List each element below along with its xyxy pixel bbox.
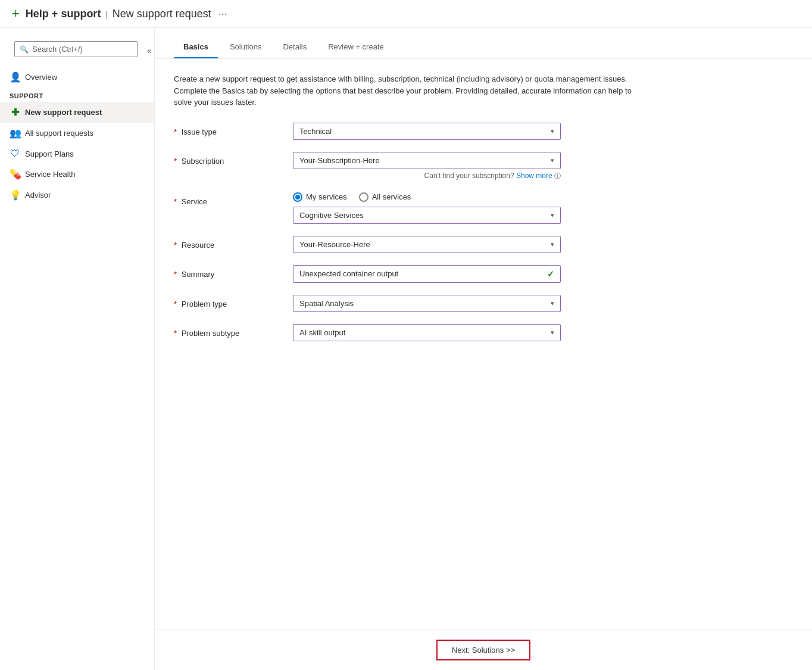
radio-all-services-label: All services [372,192,411,201]
required-star-sub: * [174,157,177,166]
issue-type-dropdown[interactable]: Technical ▾ [293,123,561,140]
sidebar-item-new-support-label: New support request [25,108,102,117]
sidebar-item-advisor[interactable]: 💡 Advisor [0,185,154,205]
required-star-ps: * [174,329,177,338]
radio-all-services-circle [359,192,368,202]
sidebar-item-support-plans[interactable]: 🛡 Support Plans [0,144,154,164]
problem-type-row: * Problem type Spatial Analysis ▾ [174,295,793,312]
resource-value: Your-Resource-Here [299,240,370,249]
summary-input[interactable] [299,269,547,278]
support-plans-icon: 🛡 [10,148,20,159]
sidebar-item-service-health[interactable]: 💊 Service Health [0,164,154,185]
problem-type-value: Spatial Analysis [299,299,354,308]
issue-type-control: Technical ▾ [293,123,561,140]
footer: Next: Solutions >> [155,630,812,670]
problem-type-control: Spatial Analysis ▾ [293,295,561,312]
resource-row: * Resource Your-Resource-Here ▾ [174,236,793,253]
problem-type-chevron: ▾ [551,300,554,307]
service-dropdown[interactable]: Cognitive Services ▾ [293,207,561,224]
subscription-label: * Subscription [174,152,293,166]
summary-control: ✓ [293,265,561,283]
issue-type-value: Technical [299,127,332,136]
summary-check-icon: ✓ [547,269,554,279]
problem-subtype-row: * Problem subtype AI skill output ▾ [174,324,793,341]
required-star: * [174,127,177,136]
description-line2: Complete the Basics tab by selecting the… [174,86,632,107]
service-label: * Service [174,192,293,206]
advisor-icon: 💡 [10,189,20,201]
description-line1: Create a new support request to get assi… [174,74,627,83]
problem-subtype-dropdown[interactable]: AI skill output ▾ [293,324,561,341]
header: + Help + support | New support request ·… [0,0,812,28]
required-star-res: * [174,241,177,250]
problem-subtype-label: * Problem subtype [174,324,293,338]
sidebar-item-support-plans-label: Support Plans [25,149,74,158]
tab-basics[interactable]: Basics [174,38,218,58]
subscription-chevron: ▾ [551,157,554,164]
subscription-row: * Subscription Your-Subscription-Here ▾ … [174,152,793,180]
resource-dropdown[interactable]: Your-Resource-Here ▾ [293,236,561,253]
more-options[interactable]: ··· [218,8,227,20]
service-value: Cognitive Services [299,211,364,220]
resource-chevron: ▾ [551,241,554,248]
subscription-control: Your-Subscription-Here ▾ Can't find your… [293,152,561,180]
sidebar-item-service-health-label: Service Health [25,170,76,179]
search-icon: 🔍 [20,45,29,54]
search-row: 🔍 « [0,34,154,67]
sidebar-item-overview[interactable]: 👤 Overview [0,67,154,88]
subscription-value: Your-Subscription-Here [299,156,380,165]
resource-control: Your-Resource-Here ▾ [293,236,561,253]
search-input[interactable] [32,45,132,54]
sidebar-item-all-support-requests[interactable]: 👥 All support requests [0,123,154,144]
service-row: * Service My services All services [174,192,793,224]
summary-input-wrapper[interactable]: ✓ [293,265,561,283]
show-more-link[interactable]: Show more [516,172,552,180]
new-request-icon: ✚ [10,107,20,118]
service-radio-group: My services All services [293,192,561,202]
problem-subtype-value: AI skill output [299,328,345,337]
main-content: Basics Solutions Details Review + create… [155,28,812,670]
header-divider: | [105,10,107,18]
sidebar-item-new-support-request[interactable]: ✚ New support request [0,102,154,123]
app-title: Help + support [26,8,101,20]
sidebar-item-all-requests-label: All support requests [25,129,93,138]
collapse-sidebar-button[interactable]: « [145,43,154,58]
sidebar-item-advisor-label: Advisor [25,191,51,200]
radio-my-services[interactable]: My services [293,192,347,202]
page-subtitle: New support request [113,8,211,20]
plus-icon: + [12,6,20,21]
info-icon: ⓘ [554,172,561,179]
problem-subtype-chevron: ▾ [551,329,554,336]
description-text: Create a new support request to get assi… [174,73,638,108]
sidebar-section-support: Support [0,88,154,102]
cant-find-subscription: Can't find your subscription? Show more … [293,172,561,180]
required-star-svc: * [174,197,177,206]
service-chevron: ▾ [551,211,554,219]
service-control: My services All services Cognitive Servi… [293,192,561,224]
overview-icon: 👤 [10,71,20,83]
main-container: 🔍 « 👤 Overview Support ✚ New support req… [0,28,812,670]
issue-type-row: * Issue type Technical ▾ [174,123,793,140]
problem-type-dropdown[interactable]: Spatial Analysis ▾ [293,295,561,312]
tabs-bar: Basics Solutions Details Review + create [155,28,812,59]
search-box[interactable]: 🔍 [14,41,138,57]
summary-label: * Summary [174,265,293,279]
radio-my-services-label: My services [306,192,347,201]
sidebar: 🔍 « 👤 Overview Support ✚ New support req… [0,28,155,670]
radio-all-services[interactable]: All services [359,192,411,202]
problem-type-label: * Problem type [174,295,293,308]
summary-row: * Summary ✓ [174,265,793,283]
subscription-dropdown[interactable]: Your-Subscription-Here ▾ [293,152,561,169]
resource-label: * Resource [174,236,293,250]
next-solutions-button[interactable]: Next: Solutions >> [436,640,530,660]
tab-review-create[interactable]: Review + create [318,38,393,58]
issue-type-chevron: ▾ [551,127,554,135]
tab-solutions[interactable]: Solutions [220,38,271,58]
required-star-pt: * [174,300,177,308]
radio-my-services-circle [293,192,302,202]
problem-subtype-control: AI skill output ▾ [293,324,561,341]
sidebar-item-overview-label: Overview [25,73,57,82]
tab-details[interactable]: Details [273,38,316,58]
form-content: Create a new support request to get assi… [155,59,812,630]
service-health-icon: 💊 [10,169,20,180]
